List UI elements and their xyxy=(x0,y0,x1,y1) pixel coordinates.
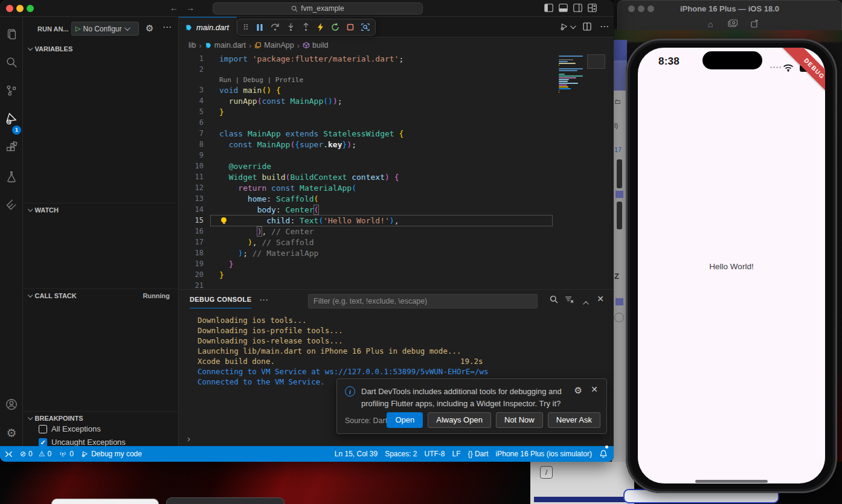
code-line[interactable]: 2 xyxy=(179,64,614,75)
status-language-mode[interactable]: {} Dart xyxy=(468,446,489,462)
hot-reload-icon[interactable] xyxy=(317,23,324,31)
never-ask-button[interactable]: Never Ask xyxy=(548,412,600,428)
search-icon[interactable] xyxy=(5,56,18,69)
always-open-button[interactable]: Always Open xyxy=(428,412,491,428)
configure-gear-icon[interactable]: ⚙ xyxy=(146,23,153,34)
toggle-primary-sidebar-icon[interactable] xyxy=(544,4,553,12)
checkbox-checked-icon[interactable]: ✓ xyxy=(39,438,47,447)
breakpoint-item[interactable]: ✓Uncaught Exceptions xyxy=(39,438,126,447)
simulator-home-icon[interactable]: ⌂ xyxy=(708,19,713,29)
restart-icon[interactable] xyxy=(331,23,339,31)
code-line[interactable]: 12 return const MaterialApp( xyxy=(179,182,614,193)
code-line[interactable]: 3void main() { xyxy=(179,85,614,95)
code-line[interactable]: 1import 'package:flutter/material.dart'; xyxy=(179,53,614,64)
remote-indicator[interactable] xyxy=(5,446,13,462)
widget-inspector-icon[interactable] xyxy=(361,23,370,31)
code-line[interactable]: 10 @override xyxy=(179,161,614,171)
code-line[interactable]: 17 ), // Scaffold xyxy=(179,237,614,247)
source-control-icon[interactable] xyxy=(5,84,18,97)
checkbox-unchecked-icon[interactable] xyxy=(39,425,47,433)
status-indentation[interactable]: Spaces: 2 xyxy=(385,446,417,462)
codelens-run-debug-profile[interactable]: Run | Debug | Profile xyxy=(179,75,614,85)
lightbulb-icon[interactable] xyxy=(221,217,227,223)
debug-session-indicator[interactable]: Debug my code xyxy=(81,446,142,462)
code-line[interactable]: 16 ), // Center xyxy=(179,226,614,237)
code-line[interactable]: 4 runApp(const MainApp()); xyxy=(179,95,614,106)
split-editor-icon[interactable] xyxy=(583,22,591,31)
minimize-window-button[interactable] xyxy=(16,5,24,12)
start-debug-icon[interactable]: ▷ xyxy=(76,25,80,33)
toggle-secondary-sidebar-icon[interactable] xyxy=(573,4,582,12)
simulator-screenshot-icon[interactable] xyxy=(728,19,738,27)
minimap[interactable] xyxy=(559,56,585,95)
history-forward-icon[interactable]: → xyxy=(186,3,194,13)
simulator-rotate-icon[interactable] xyxy=(750,19,759,28)
panel-more-actions-icon[interactable]: ⋯ xyxy=(259,295,268,305)
step-over-icon[interactable] xyxy=(271,23,280,31)
notification-close-icon[interactable]: ✕ xyxy=(591,384,598,394)
section-breakpoints[interactable]: BREAKPOINTS xyxy=(23,411,178,424)
run-menu-icon[interactable] xyxy=(559,22,574,31)
stop-icon[interactable] xyxy=(347,24,354,31)
clear-filter-icon[interactable] xyxy=(565,295,574,304)
testing-icon[interactable] xyxy=(5,170,18,183)
code-editor[interactable]: 1import 'package:flutter/material.dart';… xyxy=(179,53,614,289)
breadcrumb-item-lib[interactable]: lib xyxy=(188,41,196,49)
pause-icon[interactable] xyxy=(256,24,263,31)
toggle-panel-icon[interactable] xyxy=(559,4,568,12)
settings-gear-icon[interactable]: ⚙ xyxy=(5,427,18,440)
code-line[interactable]: 6 xyxy=(179,117,614,128)
status-eol[interactable]: LF xyxy=(452,446,461,462)
explorer-icon[interactable] xyxy=(5,28,18,41)
zoom-window-button[interactable] xyxy=(27,5,34,12)
status-encoding[interactable]: UTF-8 xyxy=(425,446,445,462)
account-icon[interactable] xyxy=(5,398,18,411)
sidebar-more-actions-icon[interactable]: ⋯ xyxy=(162,22,172,33)
search-icon[interactable] xyxy=(550,295,558,304)
code-line[interactable]: 9 xyxy=(179,150,614,161)
console-input-prompt[interactable]: › xyxy=(187,433,190,444)
notification-settings-gear-icon[interactable]: ⚙ xyxy=(574,385,582,396)
section-variables[interactable]: VARIABLES xyxy=(23,42,178,56)
code-line[interactable]: 19 } xyxy=(179,258,614,269)
status-device-selector[interactable]: iPhone 16 Plus (ios simulator) xyxy=(496,446,592,462)
editor-more-actions-icon[interactable]: ⋯ xyxy=(600,21,609,32)
code-line[interactable]: 14 body: Center( xyxy=(179,204,614,215)
step-out-icon[interactable] xyxy=(302,23,310,31)
code-line[interactable]: 8 const MainApp({super.key}); xyxy=(179,139,614,150)
tab-debug-console[interactable]: DEBUG CONSOLE xyxy=(190,296,251,308)
collapse-panel-icon[interactable] xyxy=(585,297,589,308)
close-panel-icon[interactable]: ✕ xyxy=(597,294,604,304)
iphone-screen[interactable]: 8:38 DEBUG Hello World! xyxy=(638,48,825,483)
drag-grip-icon[interactable]: ⠿ xyxy=(243,23,249,32)
breadcrumb-item-maindart[interactable]: main.dart xyxy=(205,41,246,49)
status-cursor-position[interactable]: Ln 15, Col 39 xyxy=(335,446,378,462)
breakpoint-item[interactable]: All Exceptions xyxy=(39,424,101,433)
code-line[interactable]: 21 xyxy=(179,280,614,289)
run-debug-icon[interactable] xyxy=(5,112,18,126)
open-button[interactable]: Open xyxy=(387,412,423,428)
close-window-button[interactable] xyxy=(6,5,13,12)
code-line[interactable]: 7class MainApp extends StatelessWidget { xyxy=(179,128,614,139)
code-line[interactable]: 5} xyxy=(179,106,614,117)
minimap-slider[interactable] xyxy=(587,54,605,69)
code-line[interactable]: 18 ); // MaterialApp xyxy=(179,247,614,258)
breadcrumb-item-build[interactable]: build xyxy=(303,41,328,49)
breadcrumb-item-MainApp[interactable]: MainApp xyxy=(254,41,294,49)
command-center-search[interactable]: fvm_example xyxy=(213,2,423,14)
console-filter-input[interactable] xyxy=(309,295,537,308)
home-indicator[interactable] xyxy=(695,480,768,483)
code-line[interactable]: 20} xyxy=(179,269,614,280)
code-line[interactable]: 11 Widget build(BuildContext context) { xyxy=(179,171,614,182)
problems-indicator[interactable]: ⊘0 ⚠0 xyxy=(20,446,51,462)
customize-layout-icon[interactable] xyxy=(588,4,597,12)
not-now-button[interactable]: Not Now xyxy=(496,412,543,428)
code-line[interactable]: 13 home: Scaffold( xyxy=(179,193,614,204)
history-back-icon[interactable]: ← xyxy=(170,3,178,13)
ports-indicator[interactable]: 0 xyxy=(59,446,74,462)
code-line[interactable]: 15 child: Text('Hello World!'), xyxy=(179,215,614,226)
notifications-bell-icon[interactable] xyxy=(599,446,608,462)
debug-configuration-dropdown[interactable]: ▷ No Configur xyxy=(71,22,139,36)
section-watch[interactable]: WATCH xyxy=(23,203,178,216)
flutter-icon[interactable] xyxy=(5,199,18,212)
